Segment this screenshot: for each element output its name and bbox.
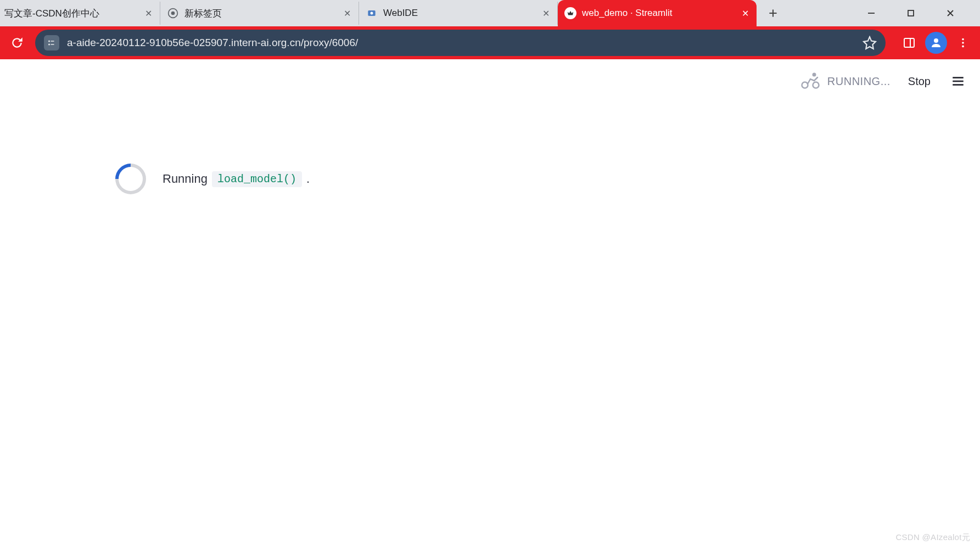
svg-point-12 <box>934 38 938 43</box>
svg-point-17 <box>802 82 808 88</box>
svg-point-6 <box>48 41 50 42</box>
side-panel-icon[interactable] <box>899 32 920 53</box>
tab-title: 新标签页 <box>184 7 337 20</box>
maximize-button[interactable] <box>899 2 923 24</box>
streamlit-icon <box>564 7 576 19</box>
bookmark-star-icon[interactable] <box>863 36 877 50</box>
svg-point-3 <box>371 12 373 15</box>
status-suffix: . <box>306 172 310 186</box>
hamburger-menu-icon[interactable] <box>948 71 968 91</box>
tab-streamlit-active[interactable]: web_demo · Streamlit ✕ <box>558 0 757 26</box>
svg-point-14 <box>962 42 964 44</box>
tab-strip: 写文章-CSDN创作中心 ✕ 新标签页 ✕ WebIDE ✕ web_demo … <box>0 0 980 26</box>
tab-webide[interactable]: WebIDE ✕ <box>359 2 558 25</box>
status-line: Running load_model() . <box>163 171 310 187</box>
streamlit-toolbar: RUNNING... Stop <box>799 71 968 91</box>
running-label: RUNNING... <box>827 75 891 88</box>
svg-rect-10 <box>904 38 914 47</box>
browser-toolbar: a-aide-20240112-910b56e-025907.intern-ai… <box>0 26 980 59</box>
close-window-button[interactable] <box>938 2 962 24</box>
tab-newtab[interactable]: 新标签页 ✕ <box>160 2 359 25</box>
close-icon[interactable]: ✕ <box>342 8 352 18</box>
running-man-icon <box>799 71 822 91</box>
site-info-icon[interactable] <box>44 35 59 50</box>
address-bar[interactable]: a-aide-20240112-910b56e-025907.intern-ai… <box>35 30 886 56</box>
close-icon[interactable]: ✕ <box>541 8 551 18</box>
tab-title: web_demo · Streamlit <box>582 8 735 19</box>
spinner-icon <box>109 157 152 200</box>
webide-icon <box>366 7 378 19</box>
close-icon[interactable]: ✕ <box>740 8 750 18</box>
window-controls <box>859 2 973 24</box>
close-icon[interactable]: ✕ <box>143 8 153 18</box>
tab-title: WebIDE <box>383 8 535 19</box>
svg-rect-5 <box>908 10 914 16</box>
svg-point-1 <box>171 12 175 15</box>
tab-title: 写文章-CSDN创作中心 <box>4 7 138 20</box>
profile-button[interactable] <box>925 32 947 54</box>
chrome-icon <box>167 7 179 19</box>
status-prefix: Running <box>163 172 208 186</box>
watermark: CSDN @AIzealot元 <box>895 532 970 543</box>
new-tab-button[interactable] <box>763 3 783 23</box>
url-text: a-aide-20240112-910b56e-025907.intern-ai… <box>67 37 855 49</box>
minimize-button[interactable] <box>859 2 883 24</box>
status-message: Running load_model() . <box>115 164 310 194</box>
svg-point-7 <box>48 44 50 46</box>
svg-point-13 <box>962 38 964 41</box>
reload-button[interactable] <box>7 32 27 53</box>
status-code: load_model() <box>212 171 302 187</box>
svg-point-16 <box>812 73 816 77</box>
tab-csdn[interactable]: 写文章-CSDN创作中心 ✕ <box>0 2 160 25</box>
kebab-menu-icon[interactable] <box>953 32 973 53</box>
toolbar-right <box>893 32 973 54</box>
stop-button[interactable]: Stop <box>901 72 937 91</box>
svg-point-18 <box>813 82 819 88</box>
svg-point-15 <box>962 46 964 48</box>
running-indicator: RUNNING... <box>799 71 891 91</box>
page-content: RUNNING... Stop Running load_model() . C… <box>0 59 980 545</box>
